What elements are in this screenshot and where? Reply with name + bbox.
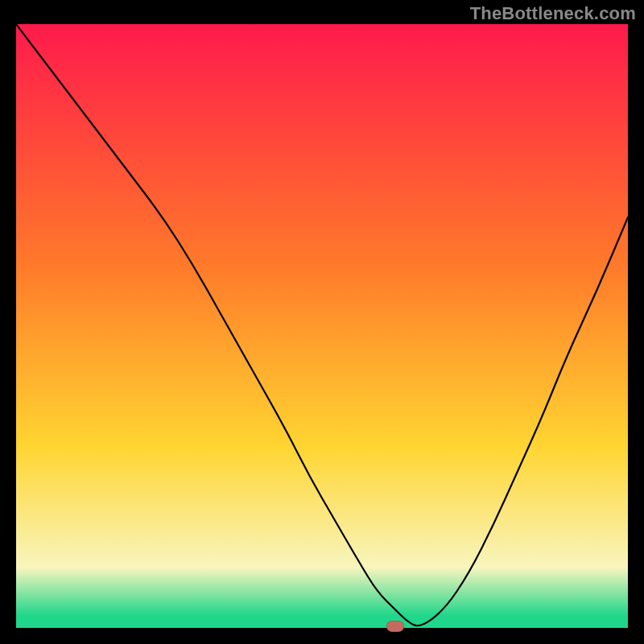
chart-frame: TheBottleneck.com [0, 0, 644, 644]
plot-area [16, 24, 628, 628]
optimal-marker [386, 621, 404, 632]
watermark-text: TheBottleneck.com [470, 3, 636, 24]
gradient-background [16, 24, 628, 628]
bottleneck-chart [16, 24, 628, 628]
